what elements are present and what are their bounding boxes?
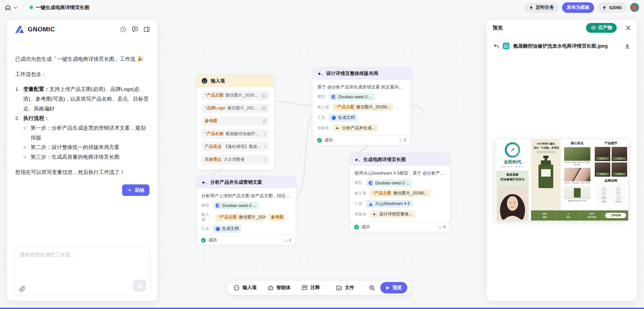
paperclip-icon [262,119,266,124]
artifacts-only-toggle[interactable]: 仅产物 [586,23,617,33]
message-paragraph: 您现在可以填写变量信息，然后执行工作流了！ [15,168,149,177]
toolbar-search[interactable] [366,282,378,293]
list-item: 2. 执行流程： [15,113,149,123]
close-icon[interactable] [626,25,631,30]
assistant-message: 已成功为您生成「一键生成电商详情页长图」工作流 🎉 工作流包含： 1. 变量配置… [15,54,149,177]
magic-sparkle-icon [127,188,132,193]
node-title: 输入项 [211,78,225,84]
node-design-header[interactable]: ✦˖ 设计详情页整体排版布局 [313,68,411,80]
home-icon[interactable] [5,4,11,11]
window-bottom-accent [0,308,644,309]
image-icon [261,106,266,110]
fine-print [536,151,555,153]
product-bottle [538,156,553,188]
avatar[interactable] [630,3,639,12]
detail-photo: 图面换色 [595,147,610,161]
comment-icon [301,285,308,291]
input-field-reference-image[interactable]: 参考图 [201,116,269,126]
collapse-panel-icon[interactable] [143,26,150,33]
top-bar: 一键生成电商详情页长图 定时任务 发布为模板 52065 [0,0,644,15]
list-item: 1. 变量配置：支持上传产品主图(必填)、品牌Logo(必填)、参考图(可选)，… [15,84,149,113]
doubao-icon [331,95,336,99]
new-chat-icon[interactable] [131,26,138,33]
node-analyze-header[interactable]: ✦˖ 分析产品并生成营销文案 [197,176,296,188]
node-generate-image[interactable]: ✦˖ 生成电商详情页长图 使用火山Seedream 4.5模型，基于 @分析产品… [349,153,450,223]
smiley-icon [201,78,208,84]
previous-message-remnant [14,38,150,43]
publish-template-button[interactable]: 发布为模板 [562,2,594,13]
input-field-product-name[interactable]: *产品名称 氨基酸控油修护洗发... T [201,129,269,139]
preview-panel: 预览 仅产物 氨基酸控油修护洗发水电商详情页长图.jpeg [486,20,637,301]
agent-chip[interactable]: ✦˖分析产品并生成... [332,124,378,132]
doubao-icon [215,203,220,208]
divider [362,284,362,291]
adopt-button[interactable]: 采纳 [122,184,149,196]
image-file-icon [503,43,509,49]
node-analyze-copy[interactable]: ✦˖ 分析产品并生成营销文案 分析用户上传的产品主图 @产品主图，结合用户提供.… [196,176,296,237]
history-icon[interactable] [120,26,126,33]
check-circle-icon [317,138,322,143]
toolbar-item-files[interactable]: 文件 [331,282,359,293]
buy-now-button: 立即抢购 [605,213,626,218]
node-design-layout[interactable]: ✦˖ 设计详情页整体排版布局 基于 @分析产品并生成营销文案 的文案内容，结合产… [312,67,411,137]
node-inputs[interactable]: 输入项 *产品主图 微信图片_20260319... *品牌Logo 微信图片_… [196,74,274,170]
node-title: 设计详情页整体排版布局 [326,71,378,77]
divider [328,284,328,291]
toolbar-item-comment[interactable]: 注释 [297,282,324,293]
list-sub-item: ○ 第一步：分析产品生成连贯的营销话术文案，规划排版 [15,123,149,143]
lightning-icon [602,5,607,10]
tool-chip[interactable]: 生成文档 [328,114,358,122]
scheduled-task-button[interactable]: 定时任务 [524,2,559,13]
play-icon [386,286,390,290]
model-chip[interactable]: Doubao-seed-2-... [365,179,412,187]
diamond-icon: ◇ [284,238,288,243]
send-button[interactable] [133,280,146,292]
composer-input[interactable] [14,247,150,277]
download-icon[interactable] [624,43,630,49]
model-chip[interactable]: Doubao-seed-2-... [212,202,259,209]
detail-photo: 使用烦恼 [595,162,610,177]
sparkle-icon: ✦˖ [354,157,360,162]
status-generate[interactable]: 成功 ◇6 [349,222,450,232]
assistant-message-area[interactable]: 已成功为您生成「一键生成电商详情页长图」工作流 🎉 工作流包含： 1. 变量配置… [7,48,157,177]
eye-icon [591,26,596,30]
input-field-product-image[interactable]: *产品主图 微信图片_20260319... [201,91,269,100]
input-field-brand-logo[interactable]: *品牌Logo 微信图片_20260319... [201,103,269,113]
model-chip[interactable]: Doubao-seed-2-... [328,93,375,101]
input-field-target-audience[interactable]: 目标受众 大众消费者 T [201,155,269,164]
artifact-preview-image[interactable]: 全民时代 ERA OF ALL PEOPLE 氨基基酸 控油修修护洗发水 [495,139,628,221]
gnomic-logo-icon [14,25,25,34]
tool-chip[interactable]: 火山Seedream 4.5 [365,200,413,208]
input-chip[interactable]: *产品主图微信图片_20260... [215,213,266,221]
attach-paperclip-icon[interactable] [19,285,25,292]
input-chip[interactable]: *产品主图微信图片_20260... [370,189,431,197]
message-paragraph: 工作流包含： [15,70,149,79]
selling-photo [564,147,590,161]
tool-chip[interactable]: 生成文档 [212,225,242,233]
composer [14,246,151,296]
input-field-selling-points[interactable]: 产品卖点 【蓬松秘境】氨基酸... T [201,142,269,152]
input-chip[interactable]: *产品主图微信图片_20260... [332,103,394,111]
toolbar-item-inputs[interactable]: 输入项 [229,282,261,293]
back-undo-icon[interactable] [493,44,499,49]
node-title: 分析产品并生成营销文案 [210,179,262,185]
workflow-app: 一键生成电商详情页长图 定时任务 发布为模板 52065 [0,0,644,309]
doc-tool-icon [215,227,220,231]
node-generate-header[interactable]: ✦˖ 生成电商详情页长图 [350,154,450,166]
volcano-seedream-icon [369,202,373,206]
agent-chip[interactable]: ✦˖设计详情页整体... [370,210,415,218]
check-circle-icon [201,238,206,243]
status-analyze[interactable]: 成功 ◇2 [196,235,296,245]
status-design[interactable]: 成功 ◇5 [312,135,411,145]
selling-photo [564,168,590,181]
chevron-down-icon[interactable] [14,6,17,9]
sparkle-icon: ✦˖ [335,126,340,130]
preview-run-button[interactable]: 预览 [380,282,407,293]
artwork-selling-column: 核心卖点 48小时产品外观，想核心卖点 为显卖得放洗拖 核心痛点、没有烦恼点、发… [562,139,592,210]
toolbar-item-agent[interactable]: 智能体 [263,282,295,293]
reference-chip[interactable]: 参考图 [268,213,285,221]
diamond-icon: ◇ [439,225,442,230]
node-inputs-header[interactable]: 输入项 [197,75,274,87]
brand-logo-icon [505,142,520,158]
credits-badge[interactable]: 52065 [597,2,626,13]
